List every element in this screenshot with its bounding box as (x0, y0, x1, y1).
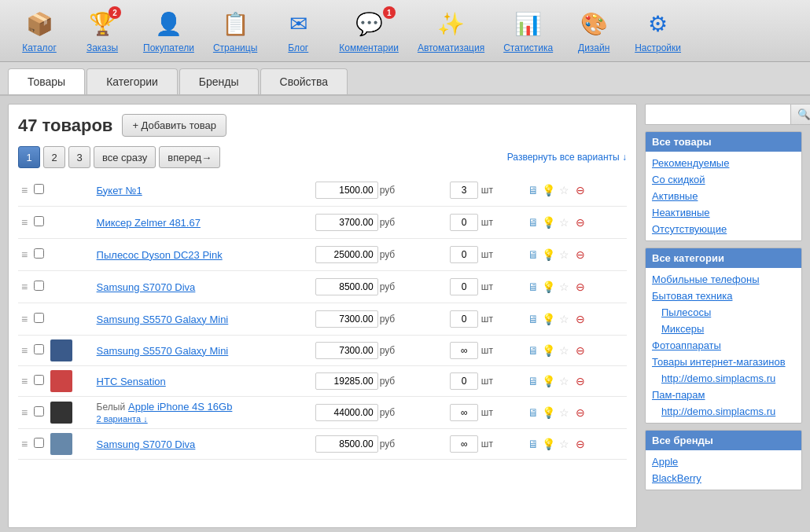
delete-icon[interactable]: ⊖ (573, 248, 587, 262)
delete-icon[interactable]: ⊖ (573, 280, 587, 294)
nav-item-settings[interactable]: ⚙Настройки (625, 5, 690, 57)
product-link[interactable]: Букет №1 (97, 185, 142, 196)
qty-input[interactable] (450, 182, 478, 199)
product-link[interactable]: Samsung S5570 Galaxy Mini (97, 345, 229, 357)
lightbulb-icon[interactable]: 💡 (542, 343, 556, 358)
tab-goods[interactable]: Товары (8, 68, 85, 94)
sidebar-filter-link[interactable]: Отсутствующие (646, 221, 801, 237)
drag-handle[interactable]: ≡ (18, 207, 31, 239)
lightbulb-icon[interactable]: 💡 (542, 183, 556, 197)
sidebar-category-link[interactable]: http://demo.simplacms.ru (646, 403, 801, 420)
row-checkbox[interactable] (31, 336, 47, 366)
lightbulb-icon[interactable]: 💡 (542, 405, 556, 420)
variant-link[interactable]: 2 варианта ↓ (97, 414, 148, 424)
nav-item-blog[interactable]: ✉Блог (267, 5, 330, 57)
drag-handle[interactable]: ≡ (18, 271, 31, 303)
view-icon[interactable]: 🖥 (526, 437, 540, 451)
product-link[interactable]: Samsung S5570 Galaxy Mini (97, 314, 229, 325)
sidebar-filter-link[interactable]: Со скидкой (646, 171, 801, 188)
qty-input[interactable] (450, 404, 478, 421)
drag-handle[interactable]: ≡ (18, 397, 31, 429)
sidebar-category-link[interactable]: Бытовая техника (646, 288, 801, 304)
lightbulb-icon[interactable]: 💡 (542, 374, 556, 388)
row-checkbox[interactable] (31, 303, 47, 336)
view-icon[interactable]: 🖥 (526, 374, 540, 388)
view-icon[interactable]: 🖥 (526, 405, 540, 420)
star-icon[interactable]: ☆ (558, 312, 572, 326)
row-checkbox[interactable] (31, 239, 47, 271)
product-link[interactable]: Samsung S7070 Diva (97, 438, 196, 450)
delete-icon[interactable]: ⊖ (573, 405, 587, 420)
row-checkbox[interactable] (31, 174, 47, 207)
nav-item-design[interactable]: 🎨Дизайн (562, 5, 625, 57)
delete-icon[interactable]: ⊖ (573, 312, 587, 326)
nav-item-comments[interactable]: 1💬Комментарии (330, 5, 408, 57)
drag-handle[interactable]: ≡ (18, 174, 31, 207)
star-icon[interactable]: ☆ (558, 405, 572, 420)
qty-input[interactable] (450, 310, 478, 328)
sidebar-brand-link[interactable]: Apple (646, 453, 801, 470)
delete-icon[interactable]: ⊖ (573, 437, 587, 451)
page-1-button[interactable]: 1 (18, 146, 40, 168)
nav-item-catalog[interactable]: 📦Каталог (8, 5, 71, 57)
tab-brands[interactable]: Бренды (179, 68, 259, 94)
view-icon[interactable]: 🖥 (526, 248, 540, 262)
sidebar-filter-link[interactable]: Неактивные (646, 204, 801, 221)
row-checkbox[interactable] (31, 397, 47, 429)
sidebar-category-link[interactable]: Товары интернет-магазинов (646, 354, 801, 370)
view-icon[interactable]: 🖥 (526, 215, 540, 229)
drag-handle[interactable]: ≡ (18, 239, 31, 271)
search-button[interactable]: 🔍 (790, 104, 810, 125)
product-link[interactable]: Apple iPhone 4S 16Gb (128, 401, 232, 413)
drag-handle[interactable]: ≡ (18, 366, 31, 397)
delete-icon[interactable]: ⊖ (573, 215, 587, 229)
product-link[interactable]: HTC Sensation (97, 376, 166, 387)
view-icon[interactable]: 🖥 (526, 183, 540, 197)
price-input[interactable] (315, 372, 378, 390)
sidebar-category-link[interactable]: Миксеры (646, 321, 801, 337)
star-icon[interactable]: ☆ (558, 374, 572, 388)
nav-item-automation[interactable]: ✨Автоматизация (408, 5, 494, 57)
lightbulb-icon[interactable]: 💡 (542, 437, 556, 451)
price-input[interactable] (315, 404, 378, 421)
star-icon[interactable]: ☆ (558, 343, 572, 358)
nav-item-orders[interactable]: 2🏆Заказы (71, 5, 134, 57)
sidebar-category-link[interactable]: Мобильные телефоны (646, 271, 801, 288)
view-icon[interactable]: 🖥 (526, 343, 540, 358)
search-input[interactable] (645, 104, 790, 125)
sidebar-filter-link[interactable]: Рекомендуемые (646, 155, 801, 171)
drag-handle[interactable]: ≡ (18, 336, 31, 366)
qty-input[interactable] (450, 214, 478, 231)
nav-item-pages[interactable]: 📋Страницы (204, 5, 267, 57)
star-icon[interactable]: ☆ (558, 280, 572, 294)
tab-properties[interactable]: Свойства (260, 68, 348, 94)
qty-input[interactable] (450, 342, 478, 359)
nav-item-stats[interactable]: 📊Статистика (494, 5, 562, 57)
product-link[interactable]: Samsung S7070 Diva (97, 281, 196, 293)
lightbulb-icon[interactable]: 💡 (542, 280, 556, 294)
next-button[interactable]: вперед→ (159, 146, 220, 168)
price-input[interactable] (315, 310, 378, 328)
qty-input[interactable] (450, 372, 478, 390)
lightbulb-icon[interactable]: 💡 (542, 312, 556, 326)
price-input[interactable] (315, 246, 378, 263)
sidebar-category-link[interactable]: http://demo.simplacms.ru (646, 370, 801, 387)
qty-input[interactable] (450, 246, 478, 263)
star-icon[interactable]: ☆ (558, 437, 572, 451)
row-checkbox[interactable] (31, 429, 47, 460)
page-3-button[interactable]: 3 (68, 146, 90, 168)
star-icon[interactable]: ☆ (558, 248, 572, 262)
star-icon[interactable]: ☆ (558, 183, 572, 197)
lightbulb-icon[interactable]: 💡 (542, 215, 556, 229)
page-2-button[interactable]: 2 (43, 146, 65, 168)
tab-categories[interactable]: Категории (87, 68, 178, 94)
row-checkbox[interactable] (31, 271, 47, 303)
nav-item-customers[interactable]: 👤Покупатели (134, 5, 204, 57)
sidebar-category-link[interactable]: Фотоаппараты (646, 337, 801, 354)
price-input[interactable] (315, 278, 378, 295)
delete-icon[interactable]: ⊖ (573, 343, 587, 358)
expand-variants-link[interactable]: Развернуть все варианты ↓ (507, 152, 627, 163)
star-icon[interactable]: ☆ (558, 215, 572, 229)
drag-handle[interactable]: ≡ (18, 303, 31, 336)
price-input[interactable] (315, 435, 378, 453)
